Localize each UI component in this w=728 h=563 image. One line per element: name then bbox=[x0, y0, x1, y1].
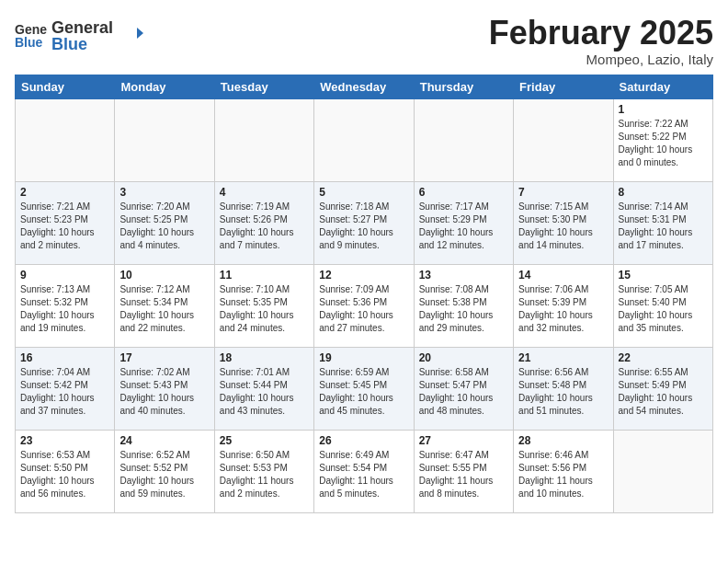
day-number: 9 bbox=[20, 269, 109, 282]
calendar-header-saturday: Saturday bbox=[613, 75, 712, 98]
calendar-header-monday: Monday bbox=[115, 75, 214, 98]
svg-text:General: General bbox=[51, 18, 113, 37]
calendar-cell: 15Sunrise: 7:05 AM Sunset: 5:40 PM Dayli… bbox=[613, 264, 712, 347]
calendar-cell: 6Sunrise: 7:17 AM Sunset: 5:29 PM Daylig… bbox=[414, 181, 513, 264]
calendar-cell: 16Sunrise: 7:04 AM Sunset: 5:42 PM Dayli… bbox=[16, 347, 115, 430]
calendar-cell bbox=[514, 98, 613, 181]
calendar-cell bbox=[16, 98, 115, 181]
day-detail: Sunrise: 7:09 AM Sunset: 5:36 PM Dayligh… bbox=[319, 283, 408, 335]
day-number: 22 bbox=[619, 351, 708, 364]
day-detail: Sunrise: 7:01 AM Sunset: 5:44 PM Dayligh… bbox=[220, 366, 309, 418]
calendar-cell: 25Sunrise: 6:50 AM Sunset: 5:53 PM Dayli… bbox=[214, 430, 313, 512]
day-detail: Sunrise: 7:18 AM Sunset: 5:27 PM Dayligh… bbox=[319, 201, 408, 252]
day-detail: Sunrise: 6:49 AM Sunset: 5:54 PM Dayligh… bbox=[319, 449, 408, 500]
day-detail: Sunrise: 7:19 AM Sunset: 5:26 PM Dayligh… bbox=[220, 201, 309, 252]
calendar-cell: 7Sunrise: 7:15 AM Sunset: 5:30 PM Daylig… bbox=[514, 181, 613, 264]
calendar-cell: 4Sunrise: 7:19 AM Sunset: 5:26 PM Daylig… bbox=[214, 181, 313, 264]
svg-text:Blue: Blue bbox=[51, 35, 87, 53]
day-number: 2 bbox=[20, 186, 109, 199]
day-detail: Sunrise: 6:56 AM Sunset: 5:48 PM Dayligh… bbox=[518, 366, 608, 418]
calendar-cell: 2Sunrise: 7:21 AM Sunset: 5:23 PM Daylig… bbox=[16, 181, 115, 264]
day-number: 3 bbox=[119, 186, 209, 199]
calendar-cell: 11Sunrise: 7:10 AM Sunset: 5:35 PM Dayli… bbox=[214, 264, 313, 347]
day-detail: Sunrise: 7:05 AM Sunset: 5:40 PM Dayligh… bbox=[619, 283, 708, 335]
calendar-header-friday: Friday bbox=[514, 75, 613, 98]
calendar-cell: 23Sunrise: 6:53 AM Sunset: 5:50 PM Dayli… bbox=[16, 430, 115, 512]
day-number: 10 bbox=[119, 269, 209, 282]
calendar-cell: 13Sunrise: 7:08 AM Sunset: 5:38 PM Dayli… bbox=[414, 264, 513, 347]
calendar-cell: 21Sunrise: 6:56 AM Sunset: 5:48 PM Dayli… bbox=[514, 347, 613, 430]
calendar-cell bbox=[314, 98, 414, 181]
calendar-cell: 17Sunrise: 7:02 AM Sunset: 5:43 PM Dayli… bbox=[115, 347, 214, 430]
day-number: 16 bbox=[20, 351, 109, 364]
day-detail: Sunrise: 6:50 AM Sunset: 5:53 PM Dayligh… bbox=[220, 449, 309, 500]
month-title: February 2025 bbox=[489, 15, 713, 52]
calendar-cell: 22Sunrise: 6:55 AM Sunset: 5:49 PM Dayli… bbox=[613, 347, 712, 430]
calendar-cell: 12Sunrise: 7:09 AM Sunset: 5:36 PM Dayli… bbox=[314, 264, 414, 347]
day-number: 17 bbox=[119, 351, 209, 364]
day-detail: Sunrise: 7:13 AM Sunset: 5:32 PM Dayligh… bbox=[20, 283, 109, 335]
title-block: February 2025 Mompeo, Lazio, Italy bbox=[489, 15, 713, 67]
location: Mompeo, Lazio, Italy bbox=[489, 52, 713, 67]
day-detail: Sunrise: 7:21 AM Sunset: 5:23 PM Dayligh… bbox=[20, 201, 109, 252]
calendar-header-sunday: Sunday bbox=[16, 75, 115, 98]
day-number: 19 bbox=[319, 351, 408, 364]
day-detail: Sunrise: 6:59 AM Sunset: 5:45 PM Dayligh… bbox=[319, 366, 408, 418]
calendar-cell: 14Sunrise: 7:06 AM Sunset: 5:39 PM Dayli… bbox=[514, 264, 613, 347]
calendar-cell bbox=[115, 98, 214, 181]
day-detail: Sunrise: 6:55 AM Sunset: 5:49 PM Dayligh… bbox=[619, 366, 708, 418]
day-number: 27 bbox=[419, 434, 508, 447]
calendar-week-row: 1Sunrise: 7:22 AM Sunset: 5:22 PM Daylig… bbox=[16, 98, 713, 181]
day-detail: Sunrise: 7:14 AM Sunset: 5:31 PM Dayligh… bbox=[619, 201, 708, 252]
logo-svg: General Blue bbox=[51, 17, 143, 57]
calendar-cell: 27Sunrise: 6:47 AM Sunset: 5:55 PM Dayli… bbox=[414, 430, 513, 512]
calendar-cell bbox=[613, 430, 712, 512]
day-detail: Sunrise: 6:58 AM Sunset: 5:47 PM Dayligh… bbox=[419, 366, 508, 418]
calendar-header-wednesday: Wednesday bbox=[314, 75, 414, 98]
calendar-cell: 20Sunrise: 6:58 AM Sunset: 5:47 PM Dayli… bbox=[414, 347, 513, 430]
day-number: 1 bbox=[619, 103, 708, 116]
day-number: 21 bbox=[518, 351, 608, 364]
day-detail: Sunrise: 6:46 AM Sunset: 5:56 PM Dayligh… bbox=[518, 449, 608, 500]
calendar-table: SundayMondayTuesdayWednesdayThursdayFrid… bbox=[15, 75, 713, 513]
calendar-week-row: 9Sunrise: 7:13 AM Sunset: 5:32 PM Daylig… bbox=[16, 264, 713, 347]
day-number: 7 bbox=[518, 186, 608, 199]
day-number: 26 bbox=[319, 434, 408, 447]
calendar-header-row: SundayMondayTuesdayWednesdayThursdayFrid… bbox=[16, 75, 713, 98]
calendar-cell: 19Sunrise: 6:59 AM Sunset: 5:45 PM Dayli… bbox=[314, 347, 414, 430]
day-number: 13 bbox=[419, 269, 508, 282]
day-detail: Sunrise: 7:06 AM Sunset: 5:39 PM Dayligh… bbox=[518, 283, 608, 335]
calendar-week-row: 23Sunrise: 6:53 AM Sunset: 5:50 PM Dayli… bbox=[16, 430, 713, 512]
calendar-week-row: 16Sunrise: 7:04 AM Sunset: 5:42 PM Dayli… bbox=[16, 347, 713, 430]
day-detail: Sunrise: 7:02 AM Sunset: 5:43 PM Dayligh… bbox=[119, 366, 209, 418]
day-number: 18 bbox=[220, 351, 309, 364]
day-number: 4 bbox=[220, 186, 309, 199]
day-number: 12 bbox=[319, 269, 408, 282]
calendar-header-tuesday: Tuesday bbox=[214, 75, 313, 98]
day-detail: Sunrise: 7:17 AM Sunset: 5:29 PM Dayligh… bbox=[419, 201, 508, 252]
svg-marker-5 bbox=[137, 28, 143, 39]
logo: General Blue General Blue bbox=[15, 15, 143, 61]
day-number: 23 bbox=[20, 434, 109, 447]
calendar-cell bbox=[214, 98, 313, 181]
svg-text:Blue: Blue bbox=[15, 35, 43, 50]
day-number: 5 bbox=[319, 186, 408, 199]
day-detail: Sunrise: 7:22 AM Sunset: 5:22 PM Dayligh… bbox=[619, 118, 708, 169]
day-number: 25 bbox=[220, 434, 309, 447]
calendar-cell: 10Sunrise: 7:12 AM Sunset: 5:34 PM Dayli… bbox=[115, 264, 214, 347]
calendar-cell: 18Sunrise: 7:01 AM Sunset: 5:44 PM Dayli… bbox=[214, 347, 313, 430]
logo-icon: General Blue bbox=[15, 19, 48, 52]
day-detail: Sunrise: 7:10 AM Sunset: 5:35 PM Dayligh… bbox=[220, 283, 309, 335]
calendar-cell: 5Sunrise: 7:18 AM Sunset: 5:27 PM Daylig… bbox=[314, 181, 414, 264]
day-number: 28 bbox=[518, 434, 608, 447]
day-number: 15 bbox=[619, 269, 708, 282]
day-detail: Sunrise: 6:47 AM Sunset: 5:55 PM Dayligh… bbox=[419, 449, 508, 500]
calendar-cell: 26Sunrise: 6:49 AM Sunset: 5:54 PM Dayli… bbox=[314, 430, 414, 512]
day-number: 11 bbox=[220, 269, 309, 282]
day-number: 6 bbox=[419, 186, 508, 199]
day-detail: Sunrise: 7:20 AM Sunset: 5:25 PM Dayligh… bbox=[119, 201, 209, 252]
day-detail: Sunrise: 7:12 AM Sunset: 5:34 PM Dayligh… bbox=[119, 283, 209, 335]
day-detail: Sunrise: 6:52 AM Sunset: 5:52 PM Dayligh… bbox=[119, 449, 209, 500]
calendar-week-row: 2Sunrise: 7:21 AM Sunset: 5:23 PM Daylig… bbox=[16, 181, 713, 264]
day-detail: Sunrise: 7:08 AM Sunset: 5:38 PM Dayligh… bbox=[419, 283, 508, 335]
